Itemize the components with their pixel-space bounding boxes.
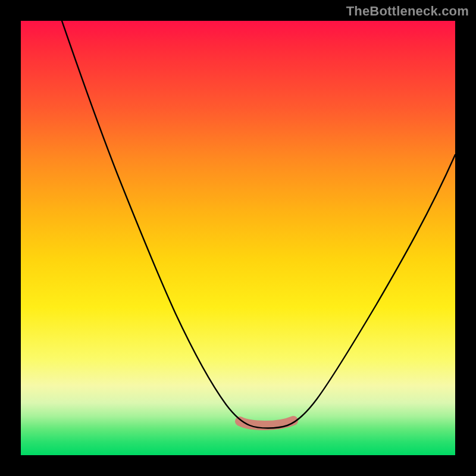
- watermark-text: TheBottleneck.com: [346, 4, 469, 19]
- chart-frame: TheBottleneck.com: [0, 0, 476, 476]
- curve-layer: [21, 21, 455, 455]
- v-curve-line: [62, 21, 455, 428]
- plot-area: [21, 21, 455, 455]
